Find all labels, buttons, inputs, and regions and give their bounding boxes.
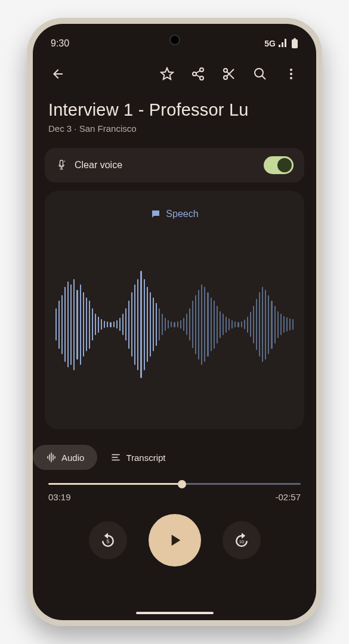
wave-bar — [107, 321, 108, 328]
wave-bar — [55, 308, 57, 340]
wave-bar — [137, 279, 138, 370]
home-indicator[interactable] — [136, 612, 214, 614]
forward-button[interactable]: 10 — [223, 521, 261, 559]
view-tabs: Audio Transcript — [33, 445, 316, 470]
tab-audio-label: Audio — [61, 453, 84, 463]
progress-slider[interactable] — [48, 483, 301, 485]
wave-bar — [253, 306, 254, 343]
wave-bar — [104, 321, 105, 329]
wave-bar — [89, 301, 90, 349]
wave-bar — [168, 320, 169, 329]
wave-bar — [223, 314, 224, 335]
wave-bar — [292, 319, 294, 330]
wave-bar — [73, 279, 75, 370]
recording-subtitle: Dec 3 · San Francisco — [48, 123, 301, 134]
wave-bar — [247, 317, 248, 333]
svg-text:10: 10 — [239, 539, 243, 544]
forward-10-icon: 10 — [233, 531, 251, 549]
wave-bar — [171, 321, 172, 328]
wave-bar — [226, 317, 227, 333]
wave-bar — [125, 308, 126, 340]
wave-bar — [95, 314, 96, 335]
wave-bar — [277, 311, 279, 338]
svg-point-9 — [290, 73, 292, 75]
wave-bar — [231, 320, 233, 329]
transcript-icon — [110, 452, 121, 463]
wave-bar — [262, 287, 263, 362]
wave-bar — [280, 314, 282, 335]
screen: 9:30 5G — [33, 24, 316, 620]
share-button[interactable] — [185, 61, 211, 87]
tab-transcript[interactable]: Transcript — [97, 445, 178, 470]
wave-bar — [162, 314, 163, 335]
wave-bar — [204, 287, 205, 362]
wave-bar — [98, 317, 99, 333]
waveform-icon — [46, 452, 57, 463]
wave-bar — [283, 316, 285, 333]
wave-bar — [237, 322, 239, 327]
progress-remaining — [182, 483, 301, 485]
wave-bar — [241, 321, 242, 328]
wave-bar — [156, 303, 157, 346]
clear-voice-label: Clear voice — [75, 160, 257, 171]
camera-cutout — [169, 35, 180, 45]
wave-bar — [289, 318, 291, 330]
wave-bar — [140, 271, 141, 378]
wave-bar — [128, 301, 129, 349]
toggle-knob — [277, 158, 292, 172]
wave-bar — [119, 318, 121, 331]
waveform-card: Speech — [45, 191, 304, 429]
playback-controls: 5 10 — [33, 514, 316, 566]
progress-thumb — [178, 480, 186, 488]
more-vertical-icon — [284, 67, 298, 81]
speech-indicator: Speech — [150, 209, 198, 219]
rewind-button[interactable]: 5 — [89, 521, 127, 559]
wave-bar — [61, 295, 63, 354]
wave-bar — [144, 279, 145, 370]
clear-voice-card: Clear voice — [45, 148, 304, 182]
wave-bar — [58, 301, 60, 349]
signal-icon — [278, 39, 289, 48]
favorite-button[interactable] — [154, 61, 180, 87]
wave-bar — [86, 298, 87, 351]
wave-bar — [228, 318, 230, 330]
play-button[interactable] — [149, 514, 201, 566]
wave-bar — [265, 290, 266, 360]
crop-button[interactable] — [216, 61, 242, 87]
wave-bar — [131, 292, 132, 357]
tab-audio[interactable]: Audio — [33, 445, 97, 470]
wave-bar — [268, 295, 269, 354]
toolbar — [33, 54, 316, 94]
wave-bar — [113, 321, 115, 328]
wave-bar — [92, 308, 93, 340]
rewind-5-icon: 5 — [99, 531, 117, 549]
wave-bar — [234, 321, 236, 328]
wave-bar — [116, 320, 118, 329]
wave-bar — [195, 295, 196, 354]
wave-bar — [80, 284, 81, 365]
svg-point-10 — [290, 77, 292, 79]
network-label: 5G — [264, 39, 276, 48]
wave-bar — [76, 290, 78, 360]
progress-area: 03:19 -02:57 — [48, 483, 301, 502]
clear-voice-toggle[interactable] — [264, 156, 294, 174]
share-icon — [191, 67, 205, 81]
star-icon — [160, 67, 174, 81]
back-button[interactable] — [45, 61, 71, 87]
status-time: 9:30 — [51, 38, 69, 49]
search-button[interactable] — [247, 61, 273, 87]
mic-sparkle-icon — [55, 159, 67, 171]
svg-point-4 — [200, 76, 203, 80]
scissors-icon — [222, 67, 236, 81]
svg-rect-1 — [294, 38, 296, 39]
wave-bar — [67, 281, 69, 367]
wave-bar — [189, 308, 190, 340]
wave-bar — [174, 322, 175, 327]
speech-label: Speech — [166, 209, 198, 219]
wave-bar — [183, 318, 184, 331]
wave-bar — [214, 301, 215, 349]
more-button[interactable] — [278, 61, 304, 87]
waveform[interactable] — [53, 237, 296, 411]
wave-bar — [150, 292, 151, 357]
svg-text:5: 5 — [106, 538, 109, 544]
